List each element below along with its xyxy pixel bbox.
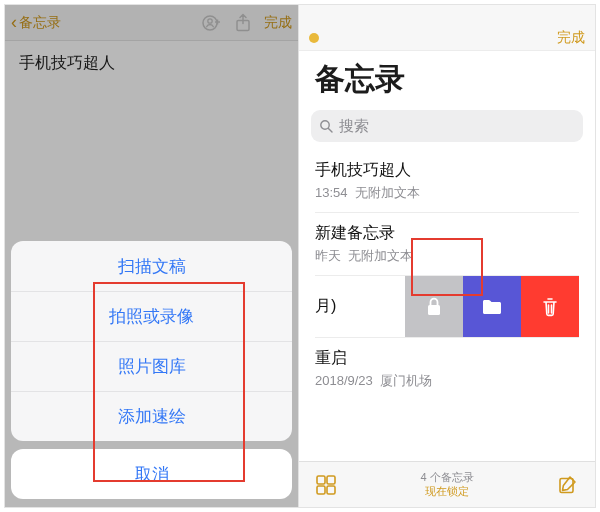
lock-icon — [424, 296, 444, 318]
done-button-right[interactable]: 完成 — [557, 29, 585, 47]
list-item[interactable]: 新建备忘录 昨天 无附加文本 — [315, 213, 579, 276]
action-add-sketch[interactable]: 添加速绘 — [11, 391, 292, 441]
svg-rect-8 — [327, 486, 335, 494]
list-item-swiped[interactable]: 月) — [315, 276, 579, 338]
bottom-toolbar: 4 个备忘录 现在锁定 — [299, 461, 595, 507]
note-title: 重启 — [315, 348, 579, 369]
swipe-action-move[interactable] — [463, 276, 521, 337]
page-title: 备忘录 — [299, 51, 595, 110]
swipe-action-delete[interactable] — [521, 276, 579, 337]
compose-icon[interactable] — [557, 474, 579, 496]
search-placeholder: 搜索 — [339, 117, 369, 136]
left-screenshot: ‹ 备忘录 完成 手机技巧超人 扫描文稿 拍照或录像 照片图库 添加速绘 取消 — [5, 5, 299, 507]
note-title: 手机技巧超人 — [315, 160, 579, 181]
action-photo-or-video[interactable]: 拍照或录像 — [11, 291, 292, 341]
right-screenshot: 完成 备忘录 搜索 手机技巧超人 13:54 无附加文本 新建备忘录 昨天 无附… — [299, 5, 595, 507]
now-indicator-icon — [309, 33, 319, 43]
list-item[interactable]: 重启 2018/9/23 厦门机场 — [315, 338, 579, 400]
trash-icon — [541, 296, 559, 318]
swipe-action-lock[interactable] — [405, 276, 463, 337]
svg-rect-7 — [317, 486, 325, 494]
note-meta: 13:54 无附加文本 — [315, 184, 579, 202]
search-input[interactable]: 搜索 — [311, 110, 583, 142]
action-scan-document[interactable]: 扫描文稿 — [11, 241, 292, 291]
lock-status[interactable]: 现在锁定 — [420, 485, 473, 499]
note-title: 新建备忘录 — [315, 223, 579, 244]
action-cancel[interactable]: 取消 — [11, 449, 292, 499]
notes-count: 4 个备忘录 — [420, 471, 473, 485]
toolbar-status: 4 个备忘录 现在锁定 — [420, 471, 473, 499]
nav-bar-right: 完成 — [299, 25, 595, 51]
folder-icon — [481, 298, 503, 316]
svg-rect-6 — [327, 476, 335, 484]
svg-rect-5 — [317, 476, 325, 484]
gallery-view-icon[interactable] — [315, 474, 337, 496]
note-meta: 昨天 无附加文本 — [315, 247, 579, 265]
list-item[interactable]: 手机技巧超人 13:54 无附加文本 — [315, 150, 579, 213]
action-sheet: 扫描文稿 拍照或录像 照片图库 添加速绘 — [11, 241, 292, 441]
svg-rect-4 — [428, 305, 440, 315]
search-icon — [319, 119, 333, 133]
note-meta: 2018/9/23 厦门机场 — [315, 372, 579, 390]
status-bar-right — [299, 5, 595, 25]
action-photo-library[interactable]: 照片图库 — [11, 341, 292, 391]
notes-list: 手机技巧超人 13:54 无附加文本 新建备忘录 昨天 无附加文本 月) — [299, 150, 595, 400]
note-meta: 月) — [315, 296, 336, 317]
